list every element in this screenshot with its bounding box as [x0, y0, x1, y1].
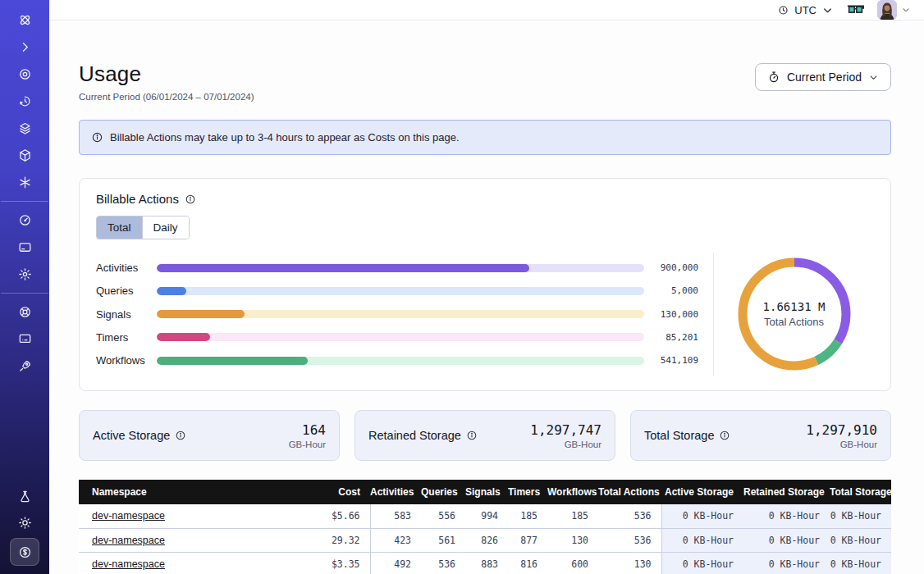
glasses-icon — [847, 3, 864, 17]
column-header-workflows: Workflows — [547, 480, 598, 504]
storage-card-value: 1,297,910 — [806, 422, 877, 438]
storage-card-label: Active Storage — [93, 429, 170, 442]
namespace-usage-table-wrap: NamespaceCostActivitiesQueriesSignalsTim… — [79, 480, 891, 574]
cell-retained_storage: 0 KB-Hour — [743, 528, 830, 552]
cell-total_actions: 536 — [598, 528, 661, 552]
sidebar-item-history[interactable] — [10, 91, 39, 112]
namespace-link[interactable]: dev-namespace — [92, 535, 165, 546]
cell-workflows: 130 — [547, 528, 598, 552]
page-title: Usage — [79, 61, 254, 87]
clock-icon — [777, 4, 789, 16]
namespace-link[interactable]: dev-namespace — [92, 558, 165, 570]
info-icon[interactable] — [185, 194, 196, 205]
total-daily-toggle: TotalDaily — [96, 216, 190, 239]
bar-label: Timers — [96, 331, 157, 344]
bar-label: Workflows — [96, 354, 157, 367]
bar-label: Activities — [96, 262, 157, 274]
sidebar-item-namespaces[interactable] — [10, 64, 39, 85]
cell-namespace: dev-namespace — [79, 528, 292, 552]
namespace-usage-table: NamespaceCostActivitiesQueriesSignalsTim… — [79, 480, 891, 574]
column-header-total_actions: Total Actions — [598, 480, 661, 504]
storage-summary-row: Active Storage164GB-HourRetained Storage… — [79, 410, 891, 461]
asterisk-icon — [17, 175, 33, 190]
total-actions-label: Total Actions — [764, 316, 824, 328]
bar-row-workflows: Workflows541,109 — [96, 350, 698, 371]
cell-timers: 877 — [508, 528, 547, 552]
sidebar-item-flask[interactable] — [10, 485, 39, 507]
tab-daily[interactable]: Daily — [143, 216, 189, 239]
billable-actions-card: Billable Actions TotalDaily Activities90… — [79, 178, 891, 391]
cell-cost: $5.66 — [292, 504, 370, 528]
cell-timers: 185 — [508, 504, 547, 528]
bar-fill — [157, 333, 210, 341]
storage-card-value: 164 — [289, 422, 326, 438]
info-icon[interactable] — [719, 430, 730, 441]
bar-track — [157, 357, 644, 365]
sidebar-item-gauge[interactable] — [10, 210, 39, 231]
column-header-namespace: Namespace — [79, 480, 292, 504]
info-icon[interactable] — [466, 430, 478, 441]
sidebar-item-rocket[interactable] — [10, 356, 39, 377]
table-row: dev-namespace$3.354925368838166001300 KB… — [79, 552, 891, 574]
period-dropdown-label: Current Period — [787, 71, 862, 84]
column-header-cost: Cost — [292, 480, 370, 504]
sidebar-item-billing-card[interactable] — [10, 237, 39, 258]
column-header-total_storage: Total Storage — [830, 480, 891, 504]
column-header-timers: Timers — [508, 480, 547, 504]
sidebar-divider — [1, 201, 48, 202]
cube-icon — [17, 148, 33, 163]
info-icon[interactable] — [175, 430, 186, 441]
storage-card-unit: GB-Hour — [289, 440, 326, 449]
sidebar-item-asterisk[interactable] — [10, 172, 39, 194]
timezone-selector[interactable]: UTC — [777, 4, 834, 16]
sidebar-item-dollar-coin[interactable] — [10, 538, 39, 566]
chevron-right-icon — [17, 39, 33, 55]
namespace-link[interactable]: dev-namespace — [92, 510, 165, 522]
storage-card-unit: GB-Hour — [806, 440, 877, 449]
cell-total_actions: 536 — [598, 504, 661, 528]
cell-cost: 29.32 — [292, 528, 370, 552]
page-header: Usage Current Period (06/01/2024 – 07/01… — [79, 61, 891, 102]
dollar-coin-icon — [17, 544, 33, 560]
feedback-glasses-button[interactable] — [847, 3, 864, 17]
timezone-label: UTC — [794, 4, 817, 16]
sidebar-item-temporal-logo[interactable] — [10, 10, 39, 31]
cell-timers: 816 — [508, 552, 547, 574]
bar-row-timers: Timers85,201 — [96, 327, 698, 348]
cell-activities: 583 — [370, 504, 421, 528]
stopwatch-icon — [767, 71, 780, 84]
period-dropdown-button[interactable]: Current Period — [755, 63, 891, 91]
donut-chart: 1.66131 M Total Actions — [733, 253, 856, 376]
cell-namespace: dev-namespace — [79, 504, 292, 528]
sidebar-item-gear[interactable] — [10, 264, 39, 285]
cell-signals: 994 — [465, 504, 508, 528]
info-icon — [91, 131, 103, 144]
sidebar-group — [0, 298, 49, 380]
tab-total[interactable]: Total — [97, 216, 143, 239]
sidebar-item-cube[interactable] — [10, 145, 39, 166]
sidebar-item-layers[interactable] — [10, 118, 39, 139]
cell-total_storage: 0 KB-Hour — [830, 552, 891, 574]
sidebar-item-monitor[interactable] — [10, 329, 39, 350]
bar-fill — [157, 264, 529, 272]
cell-retained_storage: 0 KB-Hour — [743, 552, 830, 574]
bar-value: 85,201 — [644, 332, 698, 343]
content: Usage Current Period (06/01/2024 – 07/01… — [49, 20, 924, 574]
bar-track — [157, 310, 644, 318]
cell-activities: 492 — [370, 552, 421, 574]
user-menu[interactable] — [877, 0, 911, 20]
bar-chart: Activities900,000Queries5,000Signals130,… — [96, 253, 713, 376]
gauge-icon — [17, 212, 33, 228]
sidebar-item-lifebuoy[interactable] — [10, 302, 39, 323]
storage-card-total-storage: Total Storage1,297,910GB-Hour — [630, 410, 891, 461]
cell-signals: 883 — [465, 552, 508, 574]
sidebar-item-sun[interactable] — [10, 512, 39, 533]
namespaces-icon — [17, 66, 33, 82]
column-header-retained_storage: Retained Storage — [743, 480, 830, 504]
sidebar-group — [0, 207, 49, 288]
bar-row-queries: Queries5,000 — [96, 280, 698, 301]
column-header-active_storage: Active Storage — [661, 480, 743, 504]
temporal-logo-icon — [16, 11, 34, 29]
sidebar-item-chevron-right[interactable] — [10, 37, 39, 58]
layers-icon — [17, 121, 33, 136]
